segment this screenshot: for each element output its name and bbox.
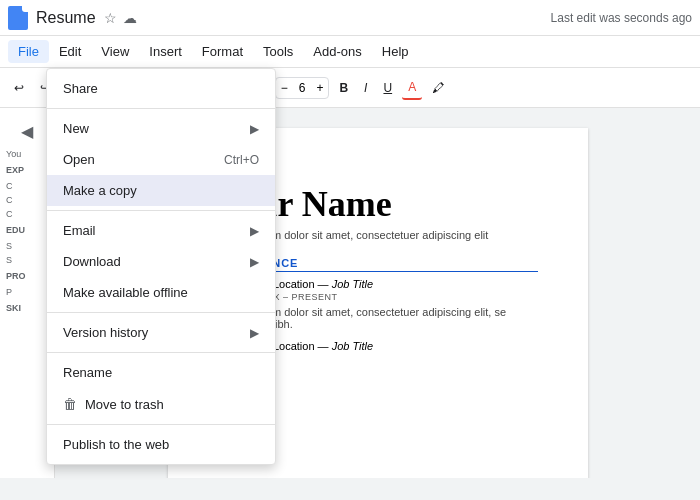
fm-offline-label: Make available offline [63,285,188,300]
fm-email-label: Email [63,223,96,238]
fm-new-arrow: ▶ [250,122,259,136]
sidebar-exp: EXP [4,161,50,179]
fm-share-label: Share [63,81,98,96]
document-title[interactable]: Resume [36,9,96,27]
sidebar-pro: PRO [4,267,50,285]
menu-bar: File Edit View Insert Format Tools Add-o… [0,36,700,68]
fm-email-arrow: ▶ [250,224,259,238]
fm-move-trash-label: Move to trash [85,397,164,412]
fm-divider-1 [47,108,275,109]
cloud-icon: ☁ [123,10,137,26]
menu-addons[interactable]: Add-ons [303,40,371,63]
menu-format[interactable]: Format [192,40,253,63]
fm-open-label: Open [63,152,95,167]
sidebar-edu: EDU [4,221,50,239]
underline-button[interactable]: U [377,77,398,99]
sidebar-c1: C [4,179,50,193]
fm-download-arrow: ▶ [250,255,259,269]
fm-divider-5 [47,424,275,425]
fm-download-label: Download [63,254,121,269]
bold-button[interactable]: B [333,77,354,99]
sidebar-c2: C [4,193,50,207]
fm-make-copy[interactable]: Make a copy [47,175,275,206]
last-edit-status: Last edit was seconds ago [551,11,692,25]
sidebar-you: You [4,147,50,161]
font-size-value[interactable]: 6 [293,78,312,98]
fm-move-trash[interactable]: 🗑 Move to trash [47,388,275,420]
fm-publish[interactable]: Publish to the web [47,429,275,460]
sidebar-back[interactable]: ◀ [4,116,50,147]
italic-button[interactable]: I [358,77,373,99]
fm-new[interactable]: New ▶ [47,113,275,144]
fm-divider-2 [47,210,275,211]
sidebar-p1: P [4,285,50,299]
fm-share[interactable]: Share [47,73,275,104]
menu-insert[interactable]: Insert [139,40,192,63]
text-color-button[interactable]: A [402,76,422,100]
fm-divider-4 [47,352,275,353]
fm-divider-3 [47,312,275,313]
sidebar-s2: S [4,253,50,267]
sidebar-c3: C [4,207,50,221]
fm-publish-label: Publish to the web [63,437,169,452]
sidebar-ski: SKI [4,299,50,317]
menu-tools[interactable]: Tools [253,40,303,63]
file-menu-dropdown: Share New ▶ Open Ctrl+O Make a copy Emai… [46,68,276,465]
highlight-button[interactable]: 🖍 [426,77,450,99]
menu-view[interactable]: View [91,40,139,63]
title-bar: Resume ☆ ☁ Last edit was seconds ago [0,0,700,36]
font-size-decrease[interactable]: − [276,78,293,98]
fm-version-arrow: ▶ [250,326,259,340]
trash-icon: 🗑 [63,396,77,412]
font-size-control: − 6 + [275,77,330,99]
fm-make-copy-label: Make a copy [63,183,137,198]
star-icon[interactable]: ☆ [104,10,117,26]
fm-rename-label: Rename [63,365,112,380]
fm-email[interactable]: Email ▶ [47,215,275,246]
fm-open[interactable]: Open Ctrl+O [47,144,275,175]
fm-version-history[interactable]: Version history ▶ [47,317,275,348]
menu-edit[interactable]: Edit [49,40,91,63]
fm-new-label: New [63,121,89,136]
menu-help[interactable]: Help [372,40,419,63]
sidebar-s1: S [4,239,50,253]
docs-icon [8,6,28,30]
fm-rename[interactable]: Rename [47,357,275,388]
fm-download[interactable]: Download ▶ [47,246,275,277]
font-size-increase[interactable]: + [311,78,328,98]
fm-version-label: Version history [63,325,148,340]
fm-open-shortcut: Ctrl+O [224,153,259,167]
undo-button[interactable]: ↩ [8,77,30,99]
fm-offline[interactable]: Make available offline [47,277,275,308]
menu-file[interactable]: File [8,40,49,63]
